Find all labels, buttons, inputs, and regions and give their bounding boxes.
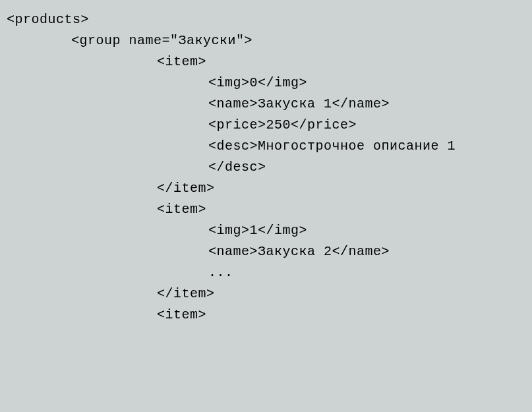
code-line: <item> [7, 51, 525, 73]
code-line: <item> [7, 305, 525, 326]
code-line: <desc>Многострочное описание 1 [7, 136, 525, 157]
code-line: </item> [7, 178, 525, 199]
code-line: ... [7, 262, 525, 283]
code-line: </item> [7, 283, 525, 305]
code-line: <name>Закуска 1</name> [7, 94, 525, 115]
code-line: </desc> [7, 157, 525, 178]
code-line: <name>Закуска 2</name> [7, 241, 525, 262]
code-line: <img>1</img> [7, 220, 525, 241]
code-line: <products> [7, 9, 525, 30]
code-line: <price>250</price> [7, 115, 525, 136]
code-line: <img>0</img> [7, 73, 525, 94]
code-block: <products> <group name="Закуски"> <item>… [7, 9, 525, 326]
code-line: <group name="Закуски"> [7, 30, 525, 51]
code-line: <item> [7, 199, 525, 220]
